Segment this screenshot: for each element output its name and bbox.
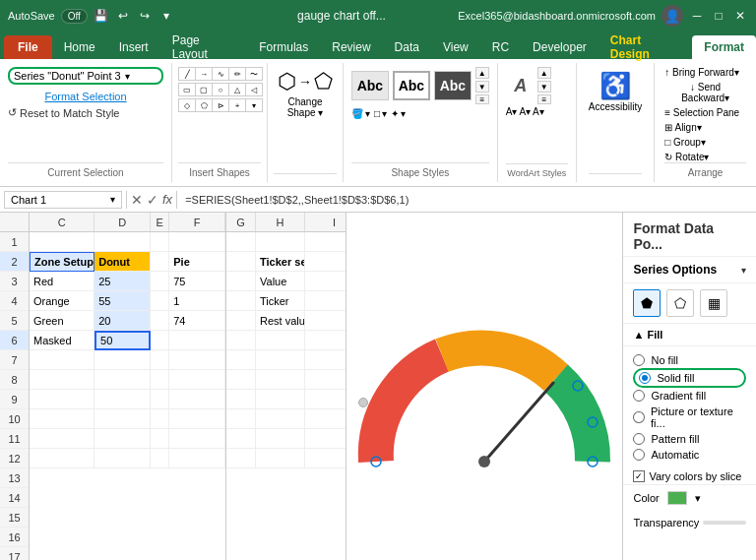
shape-arrow-line[interactable]: → (195, 67, 213, 81)
tab-data[interactable]: Data (383, 35, 431, 59)
cell-C1[interactable] (30, 232, 94, 252)
cell-F9[interactable] (169, 390, 225, 409)
tab-home[interactable]: Home (52, 35, 107, 59)
cell-F5[interactable]: 74 (169, 311, 225, 331)
shape-oval[interactable]: ○ (212, 83, 229, 96)
cell-E10[interactable] (151, 409, 169, 429)
vary-colors-row[interactable]: ✓ Vary colors by slice (623, 468, 756, 484)
chart-area[interactable] (346, 213, 622, 560)
cell-H4[interactable]: Ticker (256, 291, 305, 311)
cell-G4[interactable] (226, 291, 256, 311)
shape-more[interactable]: ▾ (245, 98, 263, 112)
cell-E11[interactable] (151, 429, 169, 449)
tab-insert[interactable]: Insert (107, 35, 160, 59)
minimize-button[interactable]: ─ (689, 8, 705, 24)
tab-rc[interactable]: RC (480, 35, 521, 59)
cell-H5[interactable]: Rest value (256, 311, 305, 331)
cell-H3[interactable]: Value (256, 272, 305, 291)
name-box-dropdown[interactable]: ▾ (110, 194, 115, 205)
save-button[interactable]: 💾 (94, 8, 109, 24)
cell-I1[interactable] (305, 232, 346, 252)
cell-D10[interactable] (94, 409, 151, 429)
cell-H1[interactable] (256, 232, 305, 252)
cell-D1[interactable] (94, 232, 151, 252)
tab-file[interactable]: File (4, 35, 52, 59)
cell-I4[interactable] (305, 291, 346, 311)
fill-option-automatic[interactable]: Automatic (633, 447, 746, 463)
cell-E8[interactable] (151, 370, 169, 390)
pattern-fill-radio[interactable] (633, 433, 645, 445)
cell-F4[interactable]: 1 (169, 291, 225, 311)
cell-I6[interactable] (305, 331, 346, 350)
shape-style-outlined[interactable]: Abc (393, 71, 430, 100)
col-header-F[interactable]: F (169, 213, 225, 231)
cell-E2[interactable] (151, 252, 169, 272)
cell-F7[interactable] (169, 350, 225, 370)
reset-to-match-style-button[interactable]: ↺ Reset to Match Style (8, 106, 163, 119)
cell-I5[interactable] (305, 311, 346, 331)
color-dropdown-icon[interactable]: ▾ (695, 492, 701, 505)
cell-C5[interactable]: Green (30, 311, 94, 331)
cell-D4[interactable]: 55 (94, 291, 151, 311)
col-header-D[interactable]: D (94, 213, 151, 231)
cell-D8[interactable] (94, 370, 151, 390)
style-scroll-more[interactable]: ≡ (475, 94, 489, 104)
shape-round-rect[interactable]: ▢ (195, 83, 213, 96)
cell-C2[interactable]: Zone Setup (30, 252, 94, 272)
col-header-C[interactable]: C (30, 213, 94, 231)
cell-F1[interactable] (169, 232, 225, 252)
fill-section-header[interactable]: ▲ Fill (623, 324, 756, 346)
cell-H6[interactable] (256, 331, 305, 350)
cell-C9[interactable] (30, 390, 94, 409)
fill-option-solid[interactable]: Solid fill (633, 368, 746, 388)
fill-option-pattern[interactable]: Pattern fill (633, 431, 746, 447)
group-button[interactable]: □ Group▾ (664, 137, 706, 148)
fill-line-icon-btn[interactable]: ⬟ (633, 289, 661, 317)
undo-button[interactable]: ↩ (115, 8, 131, 24)
shape-triangle[interactable]: △ (228, 83, 246, 96)
cell-F6[interactable] (169, 331, 225, 350)
style-scroll-down[interactable]: ▼ (475, 81, 489, 93)
rotate-button[interactable]: ↻ Rotate▾ (664, 152, 709, 162)
name-box[interactable]: Chart 1 ▾ (4, 191, 122, 209)
style-scroll-up[interactable]: ▲ (475, 67, 489, 79)
shape-plus[interactable]: + (228, 98, 246, 112)
solid-fill-radio[interactable] (639, 372, 651, 384)
cell-G6[interactable] (226, 331, 256, 350)
pentagon-icon-btn[interactable]: ⬠ (666, 289, 694, 317)
shape-pentagon[interactable]: ⬠ (195, 98, 213, 112)
series-options-header[interactable]: Series Options ▾ (623, 257, 756, 283)
tab-format[interactable]: Format (692, 35, 756, 59)
user-avatar[interactable]: 👤 (662, 5, 683, 27)
change-shape-button[interactable]: ChangeShape ▾ (287, 96, 324, 118)
col-header-I[interactable]: I (305, 213, 346, 231)
series-dropdown[interactable]: Series "Donut" Point 3 ▾ (8, 67, 163, 85)
cell-D6[interactable]: 50 (94, 331, 151, 350)
cell-E5[interactable] (151, 311, 169, 331)
formula-cancel-icon[interactable]: ✕ (131, 192, 143, 208)
cell-E3[interactable] (151, 272, 169, 291)
cell-D11[interactable] (94, 429, 151, 449)
wordart-scroll-up[interactable]: ▲ (537, 67, 551, 79)
shape-style-light[interactable]: Abc (351, 71, 389, 100)
text-fill-button[interactable]: A▾ (506, 106, 518, 117)
color-swatch[interactable] (667, 491, 687, 505)
cell-C6[interactable]: Masked (30, 331, 94, 350)
tab-formulas[interactable]: Formulas (247, 35, 320, 59)
cell-C3[interactable]: Red (30, 272, 94, 291)
autosave-toggle[interactable]: Off (61, 9, 88, 24)
align-button[interactable]: ⊞ Align▾ (664, 122, 701, 133)
redo-button[interactable]: ↪ (137, 8, 153, 24)
cell-D2[interactable]: Donut (94, 252, 151, 272)
cell-F11[interactable] (169, 429, 225, 449)
cell-C8[interactable] (30, 370, 94, 390)
text-effects-button[interactable]: A▾ (533, 106, 544, 117)
tab-page-layout[interactable]: Page Layout (160, 35, 248, 59)
cell-F3[interactable]: 75 (169, 272, 225, 291)
cell-E6[interactable] (151, 331, 169, 350)
text-outline-button[interactable]: A▾ (519, 106, 531, 117)
cell-F8[interactable] (169, 370, 225, 390)
wordart-a-button[interactable]: A (506, 71, 536, 100)
cell-D5[interactable]: 20 (94, 311, 151, 331)
cell-C11[interactable] (30, 429, 94, 449)
